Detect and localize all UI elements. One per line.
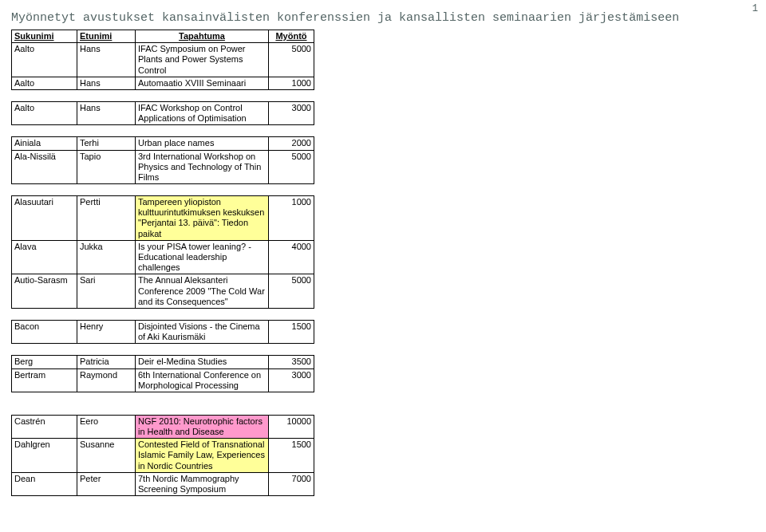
table-row: Ala-NissiläTapio3rd International Worksh… — [12, 150, 314, 184]
cell-firstname: Hans — [77, 77, 136, 89]
cell-surname: Aalto — [12, 77, 77, 89]
table-row: AaltoHansIFAC Workshop on Control Applic… — [12, 101, 314, 124]
cell-event: 7th Nordic Mammography Screening Symposi… — [136, 472, 269, 495]
cell-event: Contested Field of Transnational Islamic… — [136, 439, 269, 473]
spacer-row — [12, 89, 314, 101]
table-row: AlasuutariPerttiTampereen yliopiston kul… — [12, 196, 314, 241]
cell-event: NGF 2010: Neurotrophic factors in Health… — [136, 415, 269, 438]
cell-event: Deir el-Medina Studies — [136, 356, 269, 368]
cell-firstname: Patricia — [77, 356, 136, 368]
cell-surname: Alava — [12, 240, 77, 274]
cell-firstname: Hans — [77, 43, 136, 77]
cell-amount: 10000 — [269, 415, 314, 438]
col-surname-header: Sukunimi — [12, 30, 77, 43]
cell-event: 6th International Conference on Morpholo… — [136, 368, 269, 392]
cell-firstname: Jukka — [77, 240, 136, 274]
table-header-row: Sukunimi Etunimi Tapahtuma Myöntö — [12, 30, 314, 43]
table-row: BertramRaymond6th International Conferen… — [12, 368, 314, 392]
col-amount-header: Myöntö — [269, 30, 314, 43]
cell-event: The Annual Aleksanteri Conference 2009 "… — [136, 274, 269, 309]
cell-firstname: Peter — [77, 472, 136, 495]
cell-amount: 3000 — [269, 368, 314, 392]
cell-firstname: Terhi — [77, 137, 136, 150]
table-row: DeanPeter7th Nordic Mammography Screenin… — [12, 472, 314, 495]
cell-amount: 5000 — [269, 43, 314, 77]
cell-surname: Aalto — [12, 101, 77, 124]
spacer-row — [12, 392, 314, 415]
cell-surname: Castrén — [12, 415, 77, 438]
cell-firstname: Sari — [77, 274, 136, 309]
spacer-row — [12, 344, 314, 356]
cell-firstname: Tapio — [77, 150, 136, 184]
cell-amount: 1000 — [269, 196, 314, 241]
cell-firstname: Hans — [77, 101, 136, 124]
cell-amount: 1000 — [269, 77, 314, 89]
page-number: 1 — [752, 3, 758, 14]
cell-event: Tampereen yliopiston kulttuurintutkimuks… — [136, 196, 269, 241]
cell-event: Is your PISA tower leaning? - Educationa… — [136, 240, 269, 274]
grants-table: Sukunimi Etunimi Tapahtuma Myöntö AaltoH… — [11, 30, 314, 496]
cell-amount: 7000 — [269, 472, 314, 495]
table-row: AlavaJukkaIs your PISA tower leaning? - … — [12, 240, 314, 274]
table-row: BaconHenryDisjointed Visions - the Cinem… — [12, 320, 314, 343]
cell-surname: Alasuutari — [12, 196, 77, 241]
cell-event: IFAC Symposium on Power Plants and Power… — [136, 43, 269, 77]
table-row: Autio-SarasmSariThe Annual Aleksanteri C… — [12, 274, 314, 309]
cell-surname: Dahlgren — [12, 439, 77, 473]
cell-amount: 5000 — [269, 274, 314, 309]
cell-amount: 3500 — [269, 356, 314, 368]
table-row: DahlgrenSusanneContested Field of Transn… — [12, 439, 314, 473]
spacer-row — [12, 125, 314, 137]
cell-surname: Dean — [12, 472, 77, 495]
cell-event: Urban place names — [136, 137, 269, 150]
spacer-row — [12, 308, 314, 320]
table-row: AaltoHansIFAC Symposium on Power Plants … — [12, 43, 314, 77]
col-event-header: Tapahtuma — [136, 30, 269, 43]
cell-amount: 1500 — [269, 320, 314, 343]
cell-surname: Bertram — [12, 368, 77, 392]
spacer-row — [12, 184, 314, 196]
cell-amount: 4000 — [269, 240, 314, 274]
table-row: AaltoHansAutomaatio XVIII Seminaari1000 — [12, 77, 314, 89]
cell-surname: Autio-Sarasm — [12, 274, 77, 309]
cell-firstname: Raymond — [77, 368, 136, 392]
page-title: Myönnetyt avustukset kansainvälisten kon… — [11, 11, 752, 25]
cell-firstname: Susanne — [77, 439, 136, 473]
table-row: AinialaTerhiUrban place names2000 — [12, 137, 314, 150]
cell-surname: Aalto — [12, 43, 77, 77]
cell-amount: 1500 — [269, 439, 314, 473]
cell-surname: Bacon — [12, 320, 77, 343]
table-row: BergPatriciaDeir el-Medina Studies3500 — [12, 356, 314, 368]
cell-firstname: Eero — [77, 415, 136, 438]
cell-event: Automaatio XVIII Seminaari — [136, 77, 269, 89]
cell-amount: 2000 — [269, 137, 314, 150]
cell-event: 3rd International Workshop on Physics an… — [136, 150, 269, 184]
cell-amount: 5000 — [269, 150, 314, 184]
table-row: CastrénEeroNGF 2010: Neurotrophic factor… — [12, 415, 314, 438]
cell-event: Disjointed Visions - the Cinema of Aki K… — [136, 320, 269, 343]
cell-surname: Berg — [12, 356, 77, 368]
cell-event: IFAC Workshop on Control Applications of… — [136, 101, 269, 124]
cell-amount: 3000 — [269, 101, 314, 124]
cell-firstname: Henry — [77, 320, 136, 343]
cell-firstname: Pertti — [77, 196, 136, 241]
cell-surname: Ala-Nissilä — [12, 150, 77, 184]
cell-surname: Ainiala — [12, 137, 77, 150]
col-firstname-header: Etunimi — [77, 30, 136, 43]
